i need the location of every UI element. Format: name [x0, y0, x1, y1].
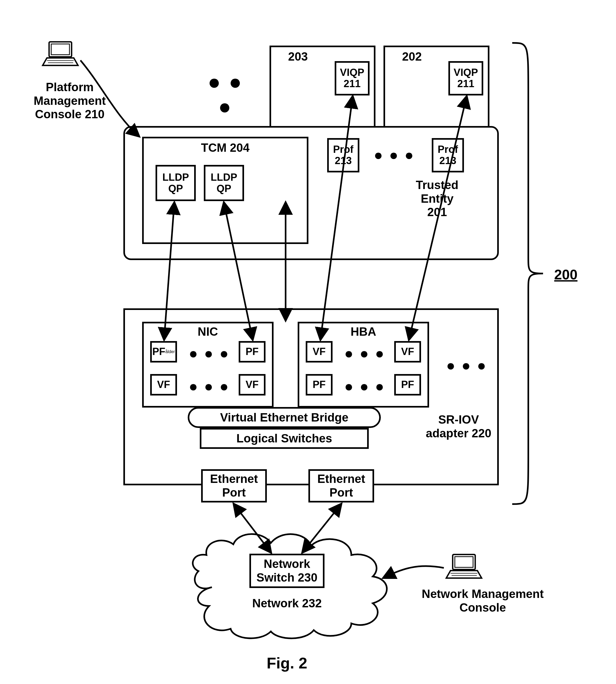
- hba-label: HBA: [299, 325, 427, 339]
- prof-213-b-label: Prof213: [438, 144, 458, 167]
- viqp-211-a-label: VIQP211: [340, 67, 365, 90]
- viqp-211-a: VIQP211: [335, 61, 370, 95]
- nic-vf-2-label: VF: [246, 379, 259, 390]
- viqp-211-b: VIQP211: [448, 61, 483, 95]
- trusted-entity-label: TrustedEntity201: [402, 178, 472, 219]
- partition-203-id: 203: [282, 50, 314, 64]
- viqp-211-b-label: VIQP211: [454, 67, 478, 90]
- svg-rect-5: [455, 557, 473, 567]
- network-console-label: Network ManagementConsole: [408, 587, 558, 614]
- ellipsis-partitions: ● ● ●: [198, 70, 252, 119]
- nic-pf-2-label: PF: [246, 346, 259, 357]
- network-switch-label: NetworkSwitch 230: [256, 557, 317, 584]
- lldp-qp-1: LLDPQP: [156, 165, 196, 201]
- nic-vf-1-label: VF: [157, 379, 170, 390]
- prof-213-b: Prof213: [432, 138, 464, 172]
- lldp-qp-1-label: LLDPQP: [162, 172, 189, 194]
- nic-pf-1: PFålder: [150, 341, 177, 362]
- ellipsis-hba-pf: ● ● ●: [338, 377, 392, 395]
- prof-213-a-label: Prof213: [333, 144, 353, 167]
- tcm-204-label: TCM 204: [144, 141, 307, 155]
- hba-pf-2: PF: [394, 374, 421, 396]
- hba-pf-2-label: PF: [401, 379, 414, 390]
- network-232-label: Network 232: [233, 597, 340, 610]
- hba-pf-1: PF: [306, 374, 332, 396]
- network-switch-230: NetworkSwitch 230: [249, 554, 325, 588]
- ellipsis-nic-pf: ● ● ●: [182, 345, 236, 362]
- lldp-qp-2: LLDPQP: [204, 165, 244, 201]
- veb-label: Virtual Ethernet Bridge: [220, 411, 348, 424]
- ellipsis-adapter-right: ● ● ●: [440, 357, 493, 374]
- hba-vf-2-label: VF: [401, 346, 414, 357]
- ellipsis-nic-vf: ● ● ●: [182, 377, 236, 395]
- hba-vf-1-label: VF: [313, 346, 326, 357]
- hba-vf-1: VF: [306, 341, 332, 362]
- logical-switches-label: Logical Switches: [237, 432, 332, 445]
- ethernet-port-b-label: EthernetPort: [317, 472, 365, 499]
- hba-pf-1-label: PF: [313, 379, 326, 390]
- partition-202-id: 202: [396, 50, 428, 64]
- sr-iov-adapter-label: SR-IOVadapter 220: [424, 413, 493, 440]
- ethernet-port-b: EthernetPort: [308, 469, 374, 503]
- system-ref-200: 200: [550, 267, 582, 283]
- nic-vf-2: VF: [239, 374, 265, 396]
- hba-vf-2: VF: [394, 341, 421, 362]
- svg-rect-1: [51, 44, 69, 55]
- logical-switches: Logical Switches: [200, 428, 369, 449]
- lldp-qp-2-label: LLDPQP: [211, 172, 237, 194]
- prof-213-a: Prof213: [327, 138, 359, 172]
- figure-caption: Fig. 2: [252, 654, 322, 672]
- platform-console-label: PlatformManagementConsole 210: [24, 81, 115, 121]
- laptop-icon-network: [445, 552, 483, 582]
- brace-200: [509, 40, 547, 507]
- ellipsis-prof: ● ● ●: [368, 146, 421, 163]
- nic-label: NIC: [144, 325, 272, 339]
- nic-pf-2: PF: [239, 341, 265, 362]
- ethernet-port-a: EthernetPort: [201, 469, 267, 503]
- nic-vf-1: VF: [150, 374, 177, 396]
- virtual-ethernet-bridge: Virtual Ethernet Bridge: [188, 407, 381, 428]
- nic-pf-1-label: PF: [152, 346, 166, 357]
- ethernet-port-a-label: EthernetPort: [210, 472, 258, 499]
- laptop-icon-platform: [42, 40, 79, 69]
- ellipsis-hba-vf: ● ● ●: [338, 345, 392, 362]
